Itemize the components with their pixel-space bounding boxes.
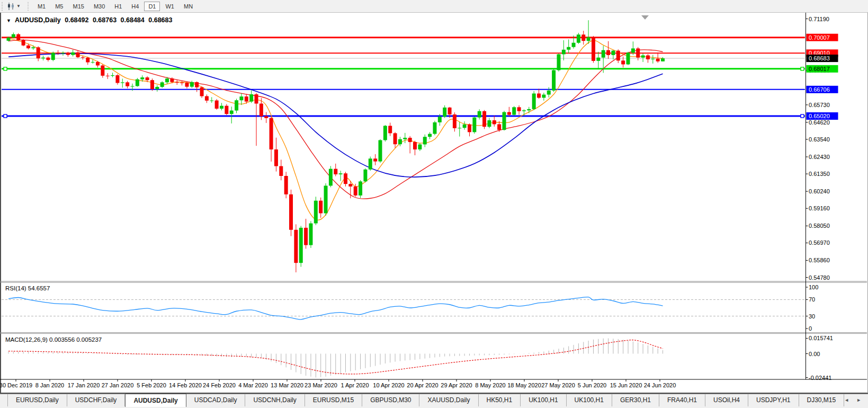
timeframe-button-m30[interactable]: M30 (90, 2, 109, 11)
toolbar-grip[interactable] (1, 2, 4, 11)
chart-symbol: AUDUSD,Daily (15, 16, 61, 24)
chevron-down-icon[interactable]: ▼ (16, 4, 21, 8)
chart-tabs: EURUSD,DailyUSDCHF,DailyAUDUSD,DailyUSDC… (7, 394, 844, 406)
ohlc-open: 0.68492 (65, 16, 88, 24)
chevron-down-icon[interactable]: ▼ (6, 18, 11, 23)
timeframe-button-m5[interactable]: M5 (51, 2, 67, 11)
timeframe-button-h1[interactable]: H1 (110, 2, 126, 11)
chart-tab-uk100-h1[interactable]: UK100,H1 (521, 394, 566, 406)
rsi-indicator-label: RSI(14) 54.6557 (5, 285, 50, 291)
chart-tab-usoil-h4[interactable]: USOil,H4 (705, 394, 748, 406)
chart-tab-bar: EURUSD,DailyUSDCHF,DailyAUDUSD,DailyUSDC… (0, 394, 868, 408)
timeframe-buttons: M1M5M15M30H1H4D1W1MN (33, 2, 198, 11)
chart-tab-eurusd-m15[interactable]: EURUSD,M15 (305, 394, 362, 406)
chart-tab-uk100-h1[interactable]: UK100,H1 (567, 394, 612, 406)
timeframe-button-h4[interactable]: H4 (127, 2, 143, 11)
chart-tab-audusd-daily[interactable]: AUDUSD,Daily (125, 394, 186, 407)
chart-tab-usdchf-daily[interactable]: USDCHF,Daily (67, 394, 126, 406)
macd-indicator-label: MACD(12,26,9) 0.003556 0.005237 (5, 336, 102, 343)
scroll-left-icon[interactable]: ◄ (844, 397, 849, 403)
timeframe-button-m15[interactable]: M15 (68, 2, 88, 11)
toolbar-separator (27, 2, 30, 11)
chart-tab-gbpusd-m30[interactable]: GBPUSD,M30 (362, 394, 419, 406)
candlestick-chart-icon[interactable] (7, 2, 15, 11)
ohlc-low: 0.68484 (121, 16, 145, 24)
tab-scroll-buttons: ◄ ► (844, 394, 861, 403)
ohlc-high: 0.68763 (93, 16, 117, 24)
chart-tab-dj30-m15[interactable]: DJ30,M15 (799, 394, 845, 406)
chart-ohlc-title: ▼AUDUSD,Daily 0.68492 0.68763 0.68484 0.… (6, 16, 174, 24)
chart-tab-eurusd-daily[interactable]: EURUSD,Daily (7, 394, 67, 406)
chart-tab-fra40-h1[interactable]: FRA40,H1 (659, 394, 705, 406)
chart-tab-hk50-h1[interactable]: HK50,H1 (479, 394, 521, 406)
timeframe-toolbar: ▼ M1M5M15M30H1H4D1W1MN (0, 0, 868, 13)
timeframe-button-w1[interactable]: W1 (161, 2, 178, 11)
timeframe-button-mn[interactable]: MN (180, 2, 197, 11)
chart-tab-usdjpy-h1[interactable]: USDJPY,H1 (748, 394, 799, 406)
timeframe-button-m1[interactable]: M1 (33, 2, 50, 11)
scroll-right-icon[interactable]: ► (856, 397, 861, 403)
chart-window[interactable]: ▼AUDUSD,Daily 0.68492 0.68763 0.68484 0.… (0, 12, 868, 394)
ohlc-close: 0.68683 (148, 16, 172, 24)
chart-tab-usdcnh-daily[interactable]: USDCNH,Daily (245, 394, 305, 406)
timeframe-button-d1[interactable]: D1 (144, 2, 160, 11)
chart-tab-usdcad-daily[interactable]: USDCAD,Daily (186, 394, 246, 406)
chart-tab-xauusd-daily[interactable]: XAUUSD,Daily (419, 394, 478, 406)
chart-tab-ger30-h1[interactable]: GER30,H1 (612, 394, 659, 406)
